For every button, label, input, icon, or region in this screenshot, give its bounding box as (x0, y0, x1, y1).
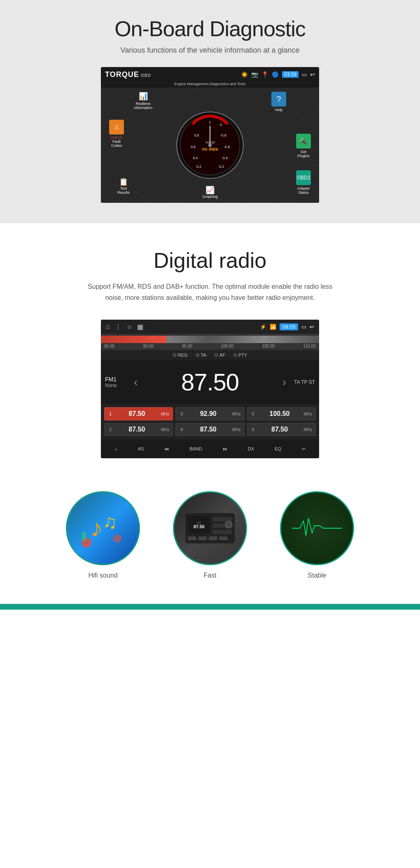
svg-text:-0.4: -0.4 (222, 156, 228, 160)
preset-num-1: 1 (108, 411, 113, 416)
location-icon: 📍 (261, 71, 268, 78)
toolbar-as[interactable]: AS (135, 445, 147, 453)
preset-num-3: 3 (179, 411, 184, 416)
preset-mhz-6: MHz (303, 427, 312, 432)
fm-name: None (105, 383, 130, 388)
bottom-bar (0, 604, 420, 610)
battery-icon-radio: ▭ (301, 324, 306, 330)
preset-5[interactable]: 5 100.50 MHz (247, 407, 316, 420)
option-af[interactable]: AF (215, 353, 225, 357)
radio-screen: ⌂ ⋮ ☼ ▦ ⚡ 📶 08:05 ▭ ↩ 85.00 90.00 9 (101, 320, 319, 458)
preset-mhz-5: MHz (303, 412, 312, 416)
signal-icon: 📶 (270, 324, 276, 330)
fault-codes-icon[interactable]: ⚠ CHECK FaultCodes (109, 120, 124, 148)
fm-label: FM1 (105, 376, 130, 383)
fast-label: Fast (203, 572, 216, 579)
svg-text:♪: ♪ (91, 515, 103, 542)
tuner-bar[interactable]: 85.00 90.00 95.00 100.00 105.00 110.00 (101, 334, 319, 350)
prev-freq-button[interactable]: ‹ (134, 376, 138, 389)
tuner-red-zone (101, 336, 166, 343)
menu-icon[interactable]: ⋮ (115, 323, 121, 331)
sun-icon: ☀️ (241, 71, 248, 78)
adapter-status-icon[interactable]: OBD2 AdapterStatus (296, 170, 311, 195)
preset-freq-6: 87.50 (259, 426, 301, 433)
svg-rect-28 (209, 536, 217, 540)
obd-title: On-Board Diagnostic (8, 16, 412, 41)
svg-point-17 (113, 534, 121, 543)
preset-6[interactable]: 6 87.50 MHz (247, 423, 316, 436)
feature-hifi: ♪ ♫ Hifi sound (62, 491, 144, 579)
tuner-labels: 85.00 90.00 95.00 100.00 105.00 110.00 (101, 343, 319, 349)
preset-1[interactable]: 1 87.50 MHz (104, 407, 173, 420)
obd-help-icon[interactable]: ? Help (271, 92, 286, 112)
main-frequency: 87.50 (142, 368, 278, 396)
tuner-label-5: 105.00 (262, 344, 275, 348)
toolbar-eq[interactable]: EQ (271, 445, 285, 453)
home-icon[interactable]: ⌂ (106, 323, 110, 330)
wifi-icon: 🔵 (272, 71, 279, 78)
preset-num-2: 2 (108, 427, 113, 432)
brightness-icon[interactable]: ☼ (126, 323, 133, 330)
svg-text:♫: ♫ (103, 512, 117, 532)
obd-subtitle: Various functions of the vehicle informa… (8, 46, 412, 55)
toolbar-band[interactable]: BAND (186, 445, 205, 453)
toolbar-back[interactable]: ↩ (299, 445, 309, 453)
screenshot-icon: 📷 (251, 71, 258, 78)
preset-mhz-3: MHz (232, 412, 241, 416)
option-ta[interactable]: TA (196, 353, 206, 357)
feature-stable: Stable (276, 491, 358, 579)
display-icon[interactable]: ▦ (137, 323, 143, 331)
svg-text:87.50: 87.50 (194, 524, 205, 529)
toolbar-prev[interactable]: ⏮ (161, 445, 172, 453)
adapter-icon-box: OBD2 (296, 170, 311, 185)
back-icon-radio[interactable]: ↩ (310, 324, 314, 330)
radio-topbar: ⌂ ⋮ ☼ ▦ ⚡ 📶 08:05 ▭ ↩ (101, 320, 319, 334)
next-freq-button[interactable]: › (282, 376, 286, 389)
preset-mhz-1: MHz (161, 412, 170, 416)
tuner-label-6: 110.00 (303, 344, 316, 348)
realtime-label: RealtimeInformation (134, 102, 152, 110)
stable-label: Stable (308, 572, 326, 579)
toolbar-next[interactable]: ⏭ (219, 445, 231, 453)
test-results-icon[interactable]: 📋 TestResults (117, 177, 130, 195)
hifi-circle: ♪ ♫ (66, 491, 140, 565)
svg-rect-25 (213, 530, 232, 534)
preset-2[interactable]: 2 87.50 MHz (104, 423, 173, 436)
help-label: Help (271, 108, 286, 112)
label-pty: PTY (238, 353, 247, 357)
radio-section: Digital radio Support FM/AM, RDS and DAB… (0, 223, 420, 475)
graphing-icon[interactable]: 📈 Graphing (202, 186, 217, 199)
preset-mhz-4: MHz (232, 427, 241, 432)
get-plugins-icon[interactable]: 🔌 GetPlugins (296, 134, 311, 158)
realtime-icon[interactable]: 📊 RealtimeInformation (134, 92, 152, 110)
tuner-label-1: 85.00 (104, 344, 114, 348)
label-ta: TA (201, 353, 206, 357)
toolbar-dx[interactable]: DX (245, 445, 257, 453)
battery-icon: ▭ (302, 72, 307, 78)
obd-topbar-right: ☀️ 📷 📍 🔵 03:59 ▭ ↩ (241, 71, 315, 78)
dot-af (215, 353, 218, 357)
svg-rect-26 (188, 536, 196, 540)
time-display: 03:59 (282, 71, 299, 78)
svg-text:0.8: 0.8 (194, 133, 199, 137)
plugins-icon-box: 🔌 (296, 134, 311, 149)
features-section: ♪ ♫ Hifi sound FM1 87.50 (0, 475, 420, 604)
radio-presets: 1 87.50 MHz 3 92.90 MHz 5 100.50 MHz 2 8… (101, 404, 319, 439)
fast-circle: FM1 87.50 (173, 491, 247, 565)
option-pty[interactable]: PTY (233, 353, 247, 357)
stable-circle (280, 491, 354, 565)
option-reg[interactable]: REG (173, 353, 188, 357)
help-icon-box[interactable]: ? (271, 92, 286, 107)
preset-freq-5: 100.50 (259, 410, 301, 418)
preset-4[interactable]: 4 87.50 MHz (175, 423, 244, 436)
preset-mhz-2: MHz (161, 427, 170, 432)
toolbar-home[interactable]: ⌂ (111, 445, 121, 453)
tuner-marker (149, 336, 156, 341)
radio-title: Digital radio (8, 248, 412, 273)
fast-illustration: FM1 87.50 (181, 508, 239, 549)
back-icon[interactable]: ↩ (310, 71, 315, 78)
svg-text:-0.6: -0.6 (224, 145, 230, 149)
preset-3[interactable]: 3 92.90 MHz (175, 407, 244, 420)
radio-options: REG TA AF PTY (101, 350, 319, 360)
preset-freq-2: 87.50 (116, 426, 158, 433)
